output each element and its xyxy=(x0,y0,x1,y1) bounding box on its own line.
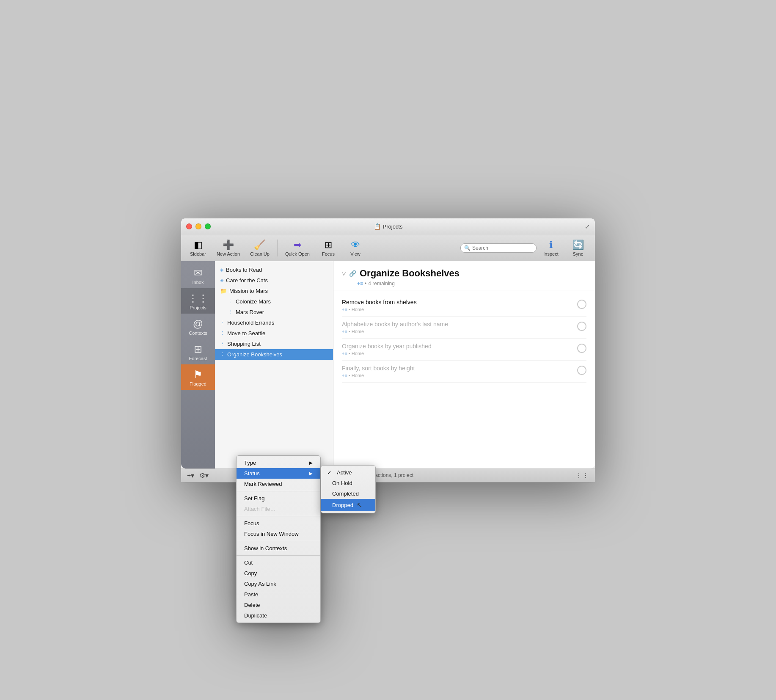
sidebar-item-contexts[interactable]: @ Contexts xyxy=(181,314,215,339)
view-icon: 👁 xyxy=(351,240,360,251)
gear-button[interactable]: ⚙▾ xyxy=(198,471,210,480)
action-content: Remove books from shelves +≡ • Home xyxy=(342,299,572,312)
context-menu-item-copy[interactable]: Copy xyxy=(237,568,320,579)
context-menu-item-type[interactable]: Type ▶ xyxy=(237,457,320,468)
context-menu-item-cut[interactable]: Cut xyxy=(237,557,320,568)
toolbar: ◧ Sidebar ➕ New Action 🧹 Clean Up ➡ Quic… xyxy=(181,235,595,261)
resize-handle[interactable]: ⋮⋮ xyxy=(574,471,591,480)
add-button[interactable]: +▾ xyxy=(185,471,196,480)
status-item-on-hold[interactable]: On Hold xyxy=(321,478,375,488)
sidebar-icon: ◧ xyxy=(194,240,203,251)
context-menu-separator xyxy=(237,516,320,516)
checkmark-icon: ✓ xyxy=(327,469,332,476)
list-item[interactable]: ⋮ Move to Seattle xyxy=(215,328,333,339)
action-item[interactable]: Alphabetize books by author's last name … xyxy=(342,317,586,339)
action-title: Organize books by year published xyxy=(342,343,572,350)
inspect-icon: ℹ xyxy=(549,240,553,251)
list-item[interactable]: ◈ Care for the Cats xyxy=(215,275,333,286)
context-menu-item-focus-new-window[interactable]: Focus in New Window xyxy=(237,529,320,539)
action-checkbox[interactable] xyxy=(577,300,586,309)
context-menu-item-delete[interactable]: Delete xyxy=(237,600,320,610)
fullscreen-button[interactable] xyxy=(205,223,211,229)
sync-icon: 🔄 xyxy=(572,240,584,251)
action-title: Remove books from shelves xyxy=(342,299,572,306)
view-button[interactable]: 👁 View xyxy=(343,238,368,258)
bottom-bar-left: +▾ ⚙▾ xyxy=(185,471,210,480)
status-item-dropped[interactable]: Dropped ↖ xyxy=(321,499,375,511)
focus-icon: ⊞ xyxy=(325,240,332,251)
list-item[interactable]: ⋮ Colonize Mars xyxy=(215,296,333,307)
clean-up-icon: 🧹 xyxy=(254,240,265,251)
context-menu-item-focus[interactable]: Focus xyxy=(237,518,320,529)
project-bullet-icon: ⋮ xyxy=(220,341,225,347)
action-meta: +≡ • Home xyxy=(342,351,572,356)
sync-button[interactable]: 🔄 Sync xyxy=(565,238,591,258)
context-menu-item-duplicate[interactable]: Duplicate xyxy=(237,610,320,621)
context-menu-item-attach-file: Attach File… xyxy=(237,504,320,514)
context-menu-separator xyxy=(237,491,320,491)
context-menu-item-copy-as-link[interactable]: Copy As Link xyxy=(237,579,320,589)
quick-open-icon: ➡ xyxy=(294,240,301,251)
action-checkbox[interactable] xyxy=(577,344,586,353)
context-menu-item-paste[interactable]: Paste xyxy=(237,589,320,600)
sidebar-item-inbox[interactable]: ✉ Inbox xyxy=(181,263,215,288)
inspect-button[interactable]: ℹ Inspect xyxy=(538,238,564,258)
search-box[interactable]: 🔍 xyxy=(460,243,537,253)
focus-button[interactable]: ⊞ Focus xyxy=(316,238,341,258)
action-meta: +≡ • Home xyxy=(342,373,572,378)
action-title: Finally, sort books by height xyxy=(342,365,572,372)
add-note-icon: +≡ xyxy=(357,281,363,287)
search-input[interactable] xyxy=(472,245,533,251)
action-checkbox[interactable] xyxy=(577,366,586,375)
cursor-icon: ↖ xyxy=(357,501,362,509)
clean-up-button[interactable]: 🧹 Clean Up xyxy=(246,238,274,258)
context-menu-item-set-flag[interactable]: Set Flag xyxy=(237,493,320,504)
detail-area: ▽ 🔗 Organize Bookshelves +≡ • 4 remainin… xyxy=(333,261,595,469)
context-menu-item-mark-reviewed[interactable]: Mark Reviewed xyxy=(237,479,320,489)
context-menu-separator xyxy=(237,541,320,541)
add-note-icon: +≡ xyxy=(342,329,347,334)
action-item[interactable]: Finally, sort books by height +≡ • Home xyxy=(342,361,586,383)
minimize-button[interactable] xyxy=(195,223,201,229)
context-menu-item-show-contexts[interactable]: Show in Contexts xyxy=(237,543,320,554)
list-item-selected[interactable]: ⋮ Organize Bookshelves xyxy=(215,349,333,360)
list-item[interactable]: 📁 Mission to Mars xyxy=(215,286,333,296)
new-action-button[interactable]: ➕ New Action xyxy=(212,238,244,258)
inbox-icon: ✉ xyxy=(194,267,202,279)
list-item[interactable]: ⋮ Mars Rover xyxy=(215,307,333,317)
list-item[interactable]: ⋮ Household Errands xyxy=(215,317,333,328)
titlebar: 📋 Projects ⤢ xyxy=(181,218,595,235)
action-checkbox[interactable] xyxy=(577,322,586,331)
projects-icon: ⋮⋮ xyxy=(188,292,208,304)
list-item[interactable]: ◈ Books to Read xyxy=(215,265,333,275)
close-button[interactable] xyxy=(186,223,192,229)
detail-meta: +≡ • 4 remaining xyxy=(357,281,586,287)
expand-button[interactable]: ⤢ xyxy=(585,223,590,230)
sidebar-item-forecast[interactable]: ⊞ Forecast xyxy=(181,339,215,364)
detail-header: ▽ 🔗 Organize Bookshelves +≡ • 4 remainin… xyxy=(333,261,595,290)
project-bullet-icon: ⋮ xyxy=(220,320,225,325)
action-item[interactable]: Organize books by year published +≡ • Ho… xyxy=(342,339,586,361)
action-meta: +≡ • Home xyxy=(342,307,572,312)
list-item[interactable]: ⋮ Shopping List xyxy=(215,339,333,349)
quick-open-button[interactable]: ➡ Quick Open xyxy=(281,238,314,258)
window-title: 📋 Projects xyxy=(374,223,403,230)
folder-icon: 📁 xyxy=(220,288,227,294)
projects-list: ◈ Books to Read ◈ Care for the Cats 📁 Mi… xyxy=(215,261,333,469)
context-menu-separator xyxy=(237,555,320,556)
traffic-lights xyxy=(186,223,211,229)
status-item-active[interactable]: ✓ Active xyxy=(321,467,375,478)
action-list: Remove books from shelves +≡ • Home Alph… xyxy=(333,290,595,469)
submenu-arrow-icon: ▶ xyxy=(309,460,313,465)
context-menu-item-status[interactable]: Status ▶ xyxy=(237,468,320,479)
action-item[interactable]: Remove books from shelves +≡ • Home xyxy=(342,295,586,317)
add-note-icon: +≡ xyxy=(342,351,347,356)
sidebar-item-projects[interactable]: ⋮⋮ Projects xyxy=(181,288,215,314)
sidebar-button[interactable]: ◧ Sidebar xyxy=(185,238,211,258)
sidebar-item-flagged[interactable]: ⚑ Flagged xyxy=(181,364,215,390)
status-item-completed[interactable]: Completed xyxy=(321,488,375,499)
action-content: Alphabetize books by author's last name … xyxy=(342,321,572,334)
collapse-triangle-icon[interactable]: ▽ xyxy=(342,270,346,276)
project-bullet-icon: ⋮ xyxy=(220,352,225,357)
forecast-icon: ⊞ xyxy=(194,343,202,355)
